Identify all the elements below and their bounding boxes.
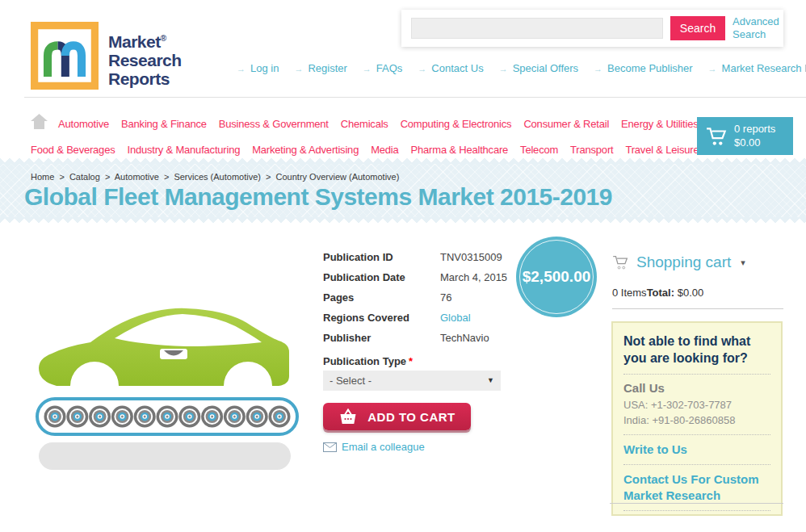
arrow-icon: →	[363, 64, 372, 73]
basket-icon	[338, 408, 358, 425]
search-panel: Search Advanced Search	[401, 10, 783, 47]
detail-row: Publication ID TNV0315009	[323, 251, 507, 263]
cat-energy-utilities[interactable]: Energy & Utilities	[621, 118, 698, 130]
category-nav-row2: Food & Beverages Industry & Manufacturin…	[31, 144, 683, 156]
add-to-cart-button[interactable]: ADD TO CART	[323, 403, 471, 430]
divider	[612, 308, 783, 309]
cart-summary: 0 ItemsTotal: $0.00	[612, 287, 703, 299]
registered-mark: ®	[161, 34, 166, 43]
publication-id: TNV0315009	[440, 251, 502, 263]
cat-marketing-advertising[interactable]: Marketing & Advertising	[252, 144, 359, 156]
nav-blog[interactable]: →Market Research Blog	[708, 62, 806, 74]
help-heading: Not able to find what you are looking fo…	[623, 333, 770, 367]
write-to-us-link[interactable]: Write to Us	[623, 442, 770, 458]
utility-nav: →Log in →Register →FAQs →Contact Us →Spe…	[237, 62, 786, 74]
cat-consumer-retail[interactable]: Consumer & Retail	[523, 118, 609, 130]
detail-row: Publisher TechNavio	[323, 332, 507, 344]
nav-special-offers[interactable]: →Special Offers	[499, 62, 578, 74]
crumb-home[interactable]: Home	[31, 172, 54, 182]
arrow-icon: →	[237, 64, 246, 73]
cart-total-value: $0.00	[678, 287, 704, 299]
cart-outline-icon	[612, 255, 630, 270]
custom-research-link[interactable]: Contact Us For Custom Market Research	[623, 471, 770, 504]
nav-faqs[interactable]: →FAQs	[363, 62, 403, 74]
mini-cart[interactable]: 0 reports $0.00	[697, 117, 793, 155]
shopping-cart-header[interactable]: Shopping cart ▾	[612, 253, 745, 271]
price-value: $2,500.00	[523, 268, 591, 286]
cat-chemicals[interactable]: Chemicals	[341, 118, 388, 130]
publication-type-select-wrap: - Select - ▼	[323, 371, 501, 391]
cat-automotive[interactable]: Automotive	[58, 118, 109, 130]
publication-type-label: Publication Type*	[323, 355, 413, 367]
cat-travel-leisure[interactable]: Travel & Leisure	[625, 144, 699, 156]
product-image	[32, 295, 303, 475]
breadcrumb: Home > Catalog > Automotive > Services (…	[31, 172, 399, 182]
nav-register[interactable]: →Register	[294, 62, 346, 74]
phone-usa: USA: +1-302-703-7787	[623, 397, 770, 413]
cat-food-beverages[interactable]: Food & Beverages	[31, 144, 115, 156]
crumb-services[interactable]: Services (Automotive)	[174, 172, 261, 182]
publisher-name: TechNavio	[440, 332, 489, 344]
detail-row: Publication Date March 4, 2015	[323, 271, 507, 283]
arrow-icon: →	[418, 64, 426, 73]
detail-row: Pages 76	[323, 291, 507, 304]
search-input[interactable]	[411, 18, 663, 39]
publication-details: Publication ID TNV0315009 Publication Da…	[323, 251, 507, 352]
cat-telecom[interactable]: Telecom	[520, 144, 558, 156]
nav-become-publisher[interactable]: →Become Publisher	[594, 62, 693, 74]
detail-row: Regions Covered Global	[323, 312, 507, 324]
call-us-section: Call Us USA: +1-302-703-7787 India: +91-…	[623, 374, 770, 434]
advanced-search-link[interactable]: Advanced Search	[733, 15, 781, 41]
cat-pharma-healthcare[interactable]: Pharma & Healthcare	[411, 144, 508, 156]
call-us-label: Call Us	[623, 381, 770, 395]
cart-total-label: Total:	[647, 287, 674, 299]
regions-covered-link[interactable]: Global	[440, 312, 471, 324]
cat-banking-finance[interactable]: Banking & Finance	[121, 118, 207, 130]
crumb-automotive[interactable]: Automotive	[115, 172, 159, 182]
title-band: Home > Catalog > Automotive > Services (…	[0, 164, 806, 217]
brand-logo-icon[interactable]	[31, 22, 99, 90]
crumb-catalog[interactable]: Catalog	[69, 172, 100, 182]
arrow-icon: →	[594, 64, 602, 73]
page: Market® Research Reports Search Advanced…	[0, 0, 806, 532]
brand-line3: Reports	[108, 69, 182, 88]
cat-business-government[interactable]: Business & Government	[219, 118, 329, 130]
required-asterisk: *	[409, 355, 413, 367]
pages-count: 76	[440, 291, 451, 304]
brand-line1: Market	[108, 32, 161, 51]
cat-computing-electronics[interactable]: Computing & Electronics	[401, 118, 512, 130]
home-icon[interactable]	[31, 114, 48, 132]
page-title: Global Fleet Management Systems Market 2…	[24, 183, 612, 211]
search-button[interactable]: Search	[670, 16, 725, 40]
phone-india: India: +91-80-26860858	[623, 413, 770, 428]
chevron-down-icon[interactable]: ▾	[741, 258, 745, 268]
cart-reports-count: 0 reports	[734, 122, 775, 136]
email-colleague-link[interactable]: Email a colleague	[323, 441, 425, 453]
cat-media[interactable]: Media	[371, 144, 398, 156]
divider	[610, 503, 783, 504]
brand-line2: Research	[108, 51, 182, 69]
category-nav-row1: Automotive Banking & Finance Business & …	[58, 118, 693, 130]
envelope-icon	[323, 442, 337, 452]
publication-date: March 4, 2015	[440, 271, 507, 283]
publication-type-select[interactable]: - Select -	[323, 371, 501, 391]
cart-items-count: 0 Items	[612, 287, 647, 299]
price-badge: $2,500.00	[516, 237, 597, 317]
nav-contact-us[interactable]: →Contact Us	[418, 62, 483, 74]
cat-transport[interactable]: Transport	[570, 144, 613, 156]
cat-industry-manufacturing[interactable]: Industry & Manufacturing	[127, 144, 240, 156]
cart-icon	[706, 126, 728, 147]
arrow-icon: →	[499, 64, 508, 73]
crumb-country-overview[interactable]: Country Overview (Automotive)	[276, 172, 400, 182]
header-divider	[24, 97, 806, 98]
nav-login[interactable]: →Log in	[237, 62, 279, 74]
brand-wordmark[interactable]: Market® Research Reports	[108, 29, 182, 88]
cart-total: $0.00	[734, 136, 775, 149]
shopping-cart-title: Shopping cart	[636, 253, 731, 271]
arrow-icon: →	[294, 64, 303, 73]
car-illustration	[32, 295, 303, 471]
arrow-icon: →	[708, 64, 717, 73]
help-box: Not able to find what you are looking fo…	[611, 321, 783, 516]
m-logo-icon	[31, 22, 99, 90]
